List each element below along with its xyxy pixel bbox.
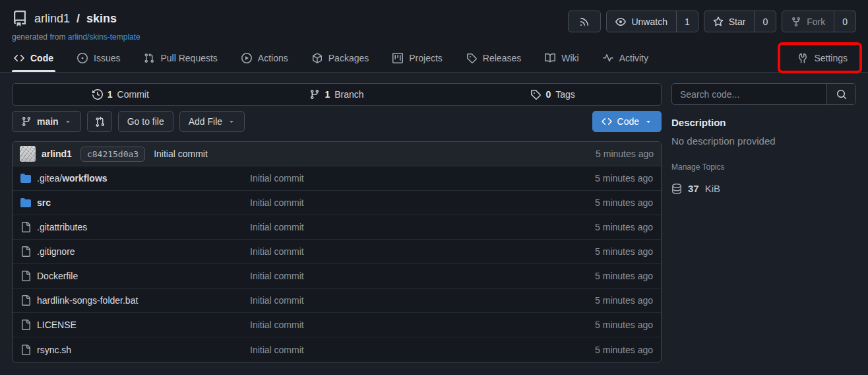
- file-time: 5 minutes ago: [595, 222, 653, 232]
- repo-separator: /: [77, 12, 80, 26]
- commit-time: 5 minutes ago: [596, 149, 654, 159]
- code-search-box: [671, 83, 856, 105]
- tab-packages-label: Packages: [328, 53, 369, 63]
- folder-icon: [20, 173, 31, 184]
- star-button[interactable]: Star: [704, 11, 755, 32]
- file-time: 5 minutes ago: [595, 197, 653, 208]
- file-link[interactable]: .gitea/workflows: [37, 173, 108, 184]
- file-time: 5 minutes ago: [595, 271, 653, 281]
- repo-title-block: arlind1 / skins generated from arlind/sk…: [12, 11, 140, 42]
- file-name: hardlink-songs-folder.bat: [37, 295, 138, 306]
- tab-activity-label: Activity: [619, 53, 648, 63]
- tab-code[interactable]: Code: [12, 47, 55, 72]
- file-link[interactable]: .gitignore: [37, 246, 75, 257]
- file-link[interactable]: LICENSE: [37, 320, 77, 330]
- file-table: arlind1 c84215d0a3 Initial commit 5 minu…: [12, 141, 662, 362]
- manage-topics-link[interactable]: Manage Topics: [671, 162, 856, 172]
- stars-count[interactable]: 0: [754, 11, 776, 32]
- commit-author-link[interactable]: arlind1: [42, 149, 72, 159]
- issue-opened-icon: [77, 53, 88, 63]
- file-commit-message[interactable]: Initial commit: [250, 320, 595, 330]
- pulse-icon: [603, 53, 613, 63]
- template-repo-link[interactable]: arlind/skins-template: [68, 32, 140, 42]
- branch-selector[interactable]: main: [12, 111, 81, 132]
- repo-size: 37 KiB: [671, 183, 856, 194]
- tab-releases[interactable]: Releases: [464, 47, 523, 72]
- commits-stat[interactable]: 1 Commit: [13, 84, 229, 105]
- table-row: rsync.sh Initial commit 5 minutes ago: [13, 337, 661, 362]
- tab-releases-label: Releases: [483, 53, 521, 63]
- current-branch: main: [37, 116, 59, 127]
- forks-count[interactable]: 0: [834, 11, 855, 32]
- tab-settings[interactable]: Settings: [795, 47, 850, 72]
- branches-label: Branch: [334, 89, 363, 100]
- file-icon: [20, 271, 31, 281]
- generated-from-label: generated from: [12, 32, 65, 42]
- git-compare-icon: [94, 116, 105, 127]
- file-link[interactable]: .gitattributes: [37, 222, 87, 232]
- tags-stat[interactable]: 0 Tags: [445, 84, 661, 105]
- branches-stat[interactable]: 1 Branch: [229, 84, 445, 105]
- tab-wiki-label: Wiki: [561, 53, 578, 63]
- rss-icon: [579, 17, 590, 27]
- fork-label: Fork: [807, 17, 825, 27]
- tab-issues[interactable]: Issues: [75, 47, 122, 72]
- table-row: .gitea/workflows Initial commit 5 minute…: [13, 166, 661, 191]
- tab-packages[interactable]: Packages: [310, 47, 371, 72]
- commits-count: 1: [108, 89, 113, 100]
- search-button[interactable]: [826, 84, 855, 104]
- tags-label: Tags: [555, 89, 575, 100]
- file-link[interactable]: hardlink-songs-folder.bat: [37, 295, 138, 306]
- generated-from: generated from arlind/skins-template: [12, 32, 140, 42]
- file-commit-message[interactable]: Initial commit: [250, 345, 595, 355]
- file-commit-message[interactable]: Initial commit: [250, 271, 595, 281]
- file-link[interactable]: src: [37, 197, 51, 208]
- repo-stats-bar: 1 Commit 1 Branch 0 Tags: [12, 83, 662, 106]
- file-icon: [20, 345, 31, 355]
- file-name: .gitignore: [37, 246, 75, 257]
- commit-message-link[interactable]: Initial commit: [154, 149, 208, 159]
- repo-name-link[interactable]: skins: [86, 12, 117, 26]
- repo-toolbar: main Go to file Add File Code: [12, 111, 662, 132]
- table-row: src Initial commit 5 minutes ago: [13, 191, 661, 215]
- compare-button[interactable]: [87, 111, 112, 132]
- git-branch-icon: [309, 89, 320, 100]
- unwatch-button[interactable]: Unwatch: [607, 11, 675, 32]
- commit-hash-badge[interactable]: c84215d0a3: [80, 147, 145, 162]
- search-icon: [836, 89, 847, 100]
- tab-code-label: Code: [30, 53, 53, 63]
- code-download-button[interactable]: Code: [592, 111, 662, 132]
- tab-activity[interactable]: Activity: [601, 47, 650, 72]
- file-commit-message[interactable]: Initial commit: [250, 246, 595, 257]
- file-commit-message[interactable]: Initial commit: [250, 222, 595, 232]
- tab-projects[interactable]: Projects: [390, 47, 445, 72]
- chevron-down-icon: [228, 118, 235, 125]
- add-file-button[interactable]: Add File: [179, 111, 245, 132]
- repo-owner-link[interactable]: arlind1: [34, 12, 70, 26]
- file-commit-message[interactable]: Initial commit: [250, 295, 595, 306]
- go-to-file-label: Go to file: [127, 116, 164, 127]
- fork-button[interactable]: Fork: [782, 11, 834, 32]
- code-icon: [602, 116, 612, 127]
- go-to-file-button[interactable]: Go to file: [118, 111, 173, 132]
- file-name: rsync.sh: [37, 345, 71, 355]
- add-file-label: Add File: [189, 116, 222, 127]
- repo-sidebar: Description No description provided Mana…: [671, 83, 856, 362]
- tab-wiki[interactable]: Wiki: [543, 47, 580, 72]
- watchers-count[interactable]: 1: [676, 11, 698, 32]
- rss-button[interactable]: [569, 11, 600, 32]
- settings-tab-wrap: Settings: [795, 47, 856, 72]
- file-commit-message[interactable]: Initial commit: [250, 173, 595, 184]
- code-button-label: Code: [617, 116, 639, 127]
- tab-pull-requests[interactable]: Pull Requests: [142, 47, 219, 72]
- file-link[interactable]: rsync.sh: [37, 345, 71, 355]
- file-commit-message[interactable]: Initial commit: [250, 197, 595, 208]
- tab-actions[interactable]: Actions: [239, 47, 290, 72]
- search-input[interactable]: [672, 84, 826, 104]
- file-icon: [20, 246, 31, 257]
- file-name: .gitattributes: [37, 222, 87, 232]
- eye-icon: [615, 17, 626, 27]
- star-button-group: Star 0: [704, 11, 776, 32]
- avatar[interactable]: [20, 146, 36, 162]
- file-link[interactable]: Dockerfile: [37, 271, 78, 281]
